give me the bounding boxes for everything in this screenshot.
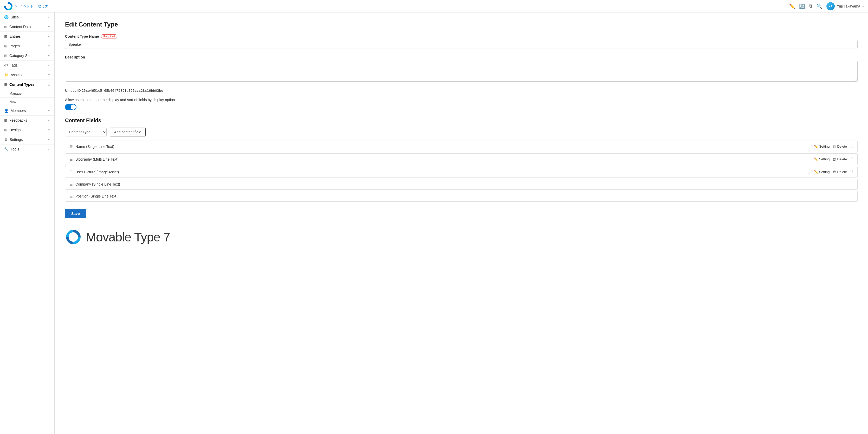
content-fields-toolbar: Content Type Add content field — [65, 128, 858, 136]
assets-icon: 📁 — [4, 73, 8, 77]
sidebar-item-design[interactable]: ⊞ Design ▼ — [0, 125, 54, 135]
table-row: ☰ Position (Single Line Text) — [65, 191, 858, 202]
sidebar-item-pages[interactable]: ⊞ Pages ▼ — [0, 41, 54, 51]
content-data-chevron: ▼ — [48, 26, 50, 28]
tools-chevron: ▼ — [48, 148, 50, 151]
sidebar-item-feedbacks[interactable]: ⊞ Feedbacks ▼ — [0, 115, 54, 125]
table-row: ☰ Company (Single Line Text) — [65, 179, 858, 190]
topbar-right: ✏️ 🔄 ⧉ 🔍 YT Yuji Takayama ▾ — [789, 2, 864, 10]
pages-chevron: ▼ — [48, 45, 50, 47]
mt-brand-text: Movable Type 7 — [86, 230, 170, 244]
setting-button-3[interactable]: ✏️ Setting — [814, 170, 830, 174]
field-name: Name (Single Line Text) — [75, 144, 114, 149]
sidebar-label-content-data: Content Data — [9, 25, 31, 29]
search-icon[interactable]: 🔍 — [816, 3, 822, 9]
sidebar-item-members[interactable]: 👤 Members ▼ — [0, 106, 54, 115]
sidebar-sub-new[interactable]: New — [0, 98, 54, 106]
assets-chevron: ▼ — [48, 73, 50, 76]
sidebar-label-sites: Sites — [11, 15, 19, 19]
sidebar-item-category-sets[interactable]: ⊞ Category Sets ▼ — [0, 51, 54, 61]
topbar-icons: ✏️ 🔄 ⧉ 🔍 — [789, 3, 822, 9]
unique-id-value: 25ce4651c5f65b46f7289fa023ccc28c16bb03be — [82, 89, 163, 93]
sidebar-label-pages: Pages — [9, 44, 20, 48]
tags-icon: 🏷 — [4, 63, 8, 67]
user-chevron: ▾ — [862, 4, 864, 8]
drag-handle-3[interactable]: ⠿ — [850, 169, 853, 174]
sidebar-label-feedbacks: Feedbacks — [9, 118, 27, 123]
sidebar-item-settings[interactable]: ⚙ Settings ▼ — [0, 135, 54, 144]
field-name: Company (Single Line Text) — [75, 182, 120, 186]
create-icon[interactable]: ✏️ — [789, 3, 795, 9]
description-input[interactable] — [65, 61, 858, 81]
members-icon: 👤 — [4, 109, 8, 113]
sidebar: 🌐 Sites ▼ ⊞ Content Data ▼ ⊞ Entries ▼ ⊞… — [0, 12, 55, 434]
sidebar-label-settings: Settings — [10, 137, 23, 142]
layout: 🌐 Sites ▼ ⊞ Content Data ▼ ⊞ Entries ▼ ⊞… — [0, 12, 868, 434]
sidebar-item-assets[interactable]: 📁 Assets ▼ — [0, 70, 54, 80]
category-sets-chevron: ▼ — [48, 54, 50, 57]
setting-button-2[interactable]: ✏️ Setting — [814, 157, 830, 161]
breadcrumb: ＞ イベント・セミナー — [14, 4, 52, 8]
description-section: Description — [65, 55, 858, 82]
field-icon: ☰ — [69, 144, 73, 149]
setting-button-1[interactable]: ✏️ Setting — [814, 144, 830, 148]
tags-chevron: ▼ — [48, 64, 50, 67]
sites-chevron: ▼ — [48, 16, 50, 19]
content-data-icon: ⊞ — [4, 25, 7, 29]
design-chevron: ▼ — [48, 129, 50, 132]
mt-logo-large-icon — [65, 229, 82, 245]
content-types-icon: ⊞ — [4, 82, 7, 87]
field-name: User Picture (Image Asset) — [75, 170, 119, 174]
sites-icon: 🌐 — [4, 15, 8, 19]
sidebar-item-tags[interactable]: 🏷 Tags ▼ — [0, 61, 54, 70]
sidebar-item-content-data[interactable]: ⊞ Content Data ▼ — [0, 22, 54, 32]
delete-button-3[interactable]: 🗑 Delete — [833, 170, 847, 174]
content-type-name-label: Content Type Name Required — [65, 34, 858, 38]
sidebar-item-content-types[interactable]: ⊞ Content Types ▲ — [0, 80, 54, 90]
topbar-left: ＞ イベント・セミナー — [4, 2, 52, 10]
sidebar-item-tools[interactable]: 🔧 Tools ▼ — [0, 144, 54, 154]
toggle-thumb — [71, 104, 76, 110]
user-menu[interactable]: YT Yuji Takayama ▾ — [827, 2, 864, 10]
members-chevron: ▼ — [48, 109, 50, 112]
main-content: Edit Content Type Content Type Name Requ… — [55, 12, 868, 434]
add-content-field-button[interactable]: Add content field — [110, 128, 146, 136]
svg-point-0 — [71, 235, 75, 239]
field-icon: ☰ — [69, 194, 73, 198]
description-label: Description — [65, 55, 858, 59]
sidebar-item-entries[interactable]: ⊞ Entries ▼ — [0, 32, 54, 41]
page-title: Edit Content Type — [65, 21, 858, 28]
feedbacks-chevron: ▼ — [48, 119, 50, 122]
field-icon: ☰ — [69, 157, 73, 161]
sidebar-label-tools: Tools — [11, 147, 19, 151]
delete-button-1[interactable]: 🗑 Delete — [833, 144, 847, 148]
settings-icon: ⚙ — [4, 137, 7, 142]
required-badge: Required — [101, 34, 117, 38]
avatar: YT — [827, 2, 835, 10]
preview-icon[interactable]: ⧉ — [809, 3, 812, 9]
pages-icon: ⊞ — [4, 44, 7, 48]
sidebar-item-sites[interactable]: 🌐 Sites ▼ — [0, 12, 54, 22]
drag-handle-1[interactable]: ⠿ — [850, 144, 853, 149]
sidebar-label-category-sets: Category Sets — [9, 54, 32, 58]
allow-users-toggle[interactable] — [65, 104, 76, 110]
content-type-select[interactable]: Content Type — [65, 128, 106, 136]
field-name: Biography (Multi Line Text) — [75, 157, 118, 161]
mt-logo-icon[interactable] — [4, 2, 12, 10]
activity-icon[interactable]: 🔄 — [799, 3, 805, 9]
allow-users-text: Allow users to change the display and so… — [65, 98, 858, 102]
delete-button-2[interactable]: 🗑 Delete — [833, 157, 847, 161]
entries-icon: ⊞ — [4, 34, 7, 38]
unique-id-row: Unique ID 25ce4651c5f65b46f7289fa023ccc2… — [65, 89, 858, 93]
save-button[interactable]: Save — [65, 209, 86, 218]
entries-chevron: ▼ — [48, 35, 50, 38]
category-sets-icon: ⊞ — [4, 54, 7, 58]
drag-handle-2[interactable]: ⠿ — [850, 157, 853, 162]
sidebar-label-entries: Entries — [9, 34, 21, 38]
table-row: ☰ User Picture (Image Asset) ✏️ Setting … — [65, 166, 858, 178]
allow-users-section: Allow users to change the display and so… — [65, 98, 858, 110]
topbar: ＞ イベント・セミナー ✏️ 🔄 ⧉ 🔍 YT Yuji Takayama ▾ — [0, 0, 868, 12]
sidebar-sub-manage[interactable]: Manage — [0, 90, 54, 98]
content-type-name-input[interactable] — [65, 40, 858, 49]
design-icon: ⊞ — [4, 128, 7, 132]
